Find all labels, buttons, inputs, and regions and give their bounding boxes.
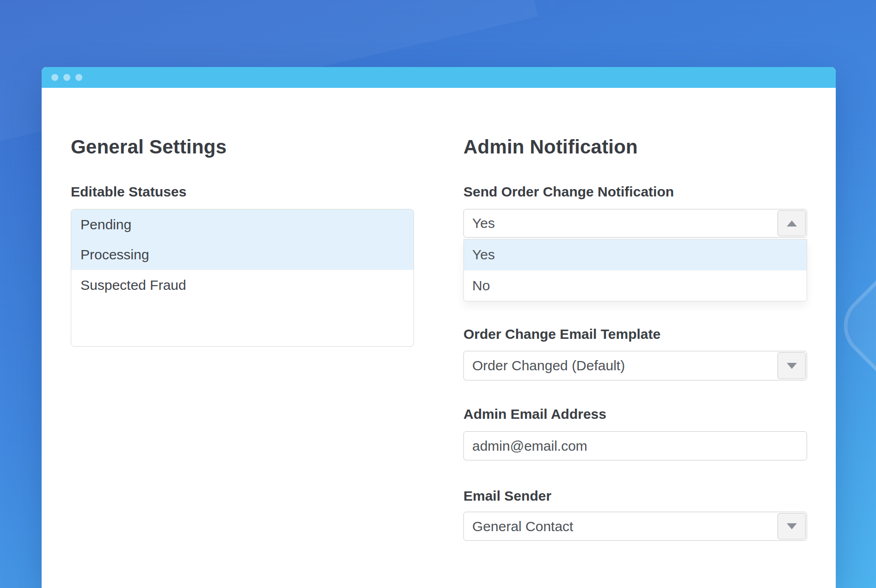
- admin-notification-title: Admin Notification: [463, 135, 638, 159]
- spinner-button[interactable]: [777, 210, 806, 236]
- select-value: General Contact: [472, 512, 774, 540]
- spinner-button[interactable]: [777, 513, 806, 539]
- chevron-down-icon: [787, 523, 797, 529]
- send-notification-dropdown: Yes No: [463, 239, 807, 301]
- background-diamond-shape: [830, 208, 876, 443]
- admin-email-label: Admin Email Address: [463, 405, 606, 423]
- editable-statuses-listbox[interactable]: Pending Processing Suspected Fraud: [71, 209, 414, 347]
- send-notification-label: Send Order Change Notification: [463, 183, 674, 201]
- order-template-select[interactable]: Order Changed (Default): [463, 351, 807, 380]
- general-settings-title: General Settings: [71, 135, 227, 159]
- order-template-label: Order Change Email Template: [463, 325, 660, 343]
- listbox-option-pending[interactable]: Pending: [71, 209, 413, 240]
- dropdown-option-no[interactable]: No: [464, 270, 807, 301]
- select-value: Order Changed (Default): [472, 351, 774, 380]
- editable-statuses-label: Editable Statuses: [71, 183, 186, 201]
- listbox-option-processing[interactable]: Processing: [71, 240, 413, 270]
- page-background: { "general": { "title": "General Setting…: [0, 0, 876, 588]
- admin-email-input[interactable]: [463, 431, 807, 460]
- window-dot: [63, 74, 70, 81]
- window-dot: [75, 74, 82, 81]
- settings-window: General Settings Editable Statuses Pendi…: [42, 67, 836, 588]
- send-notification-select[interactable]: Yes: [463, 209, 807, 238]
- chevron-up-icon: [787, 220, 797, 227]
- window-dot: [51, 74, 58, 81]
- spinner-button[interactable]: [777, 352, 806, 379]
- chevron-down-icon: [787, 363, 797, 369]
- window-titlebar: [42, 67, 836, 88]
- email-sender-label: Email Sender: [463, 487, 551, 505]
- listbox-option-suspected-fraud[interactable]: Suspected Fraud: [71, 270, 413, 300]
- email-sender-select[interactable]: General Contact: [463, 512, 807, 541]
- dropdown-option-yes[interactable]: Yes: [464, 239, 807, 270]
- select-value: Yes: [472, 209, 774, 237]
